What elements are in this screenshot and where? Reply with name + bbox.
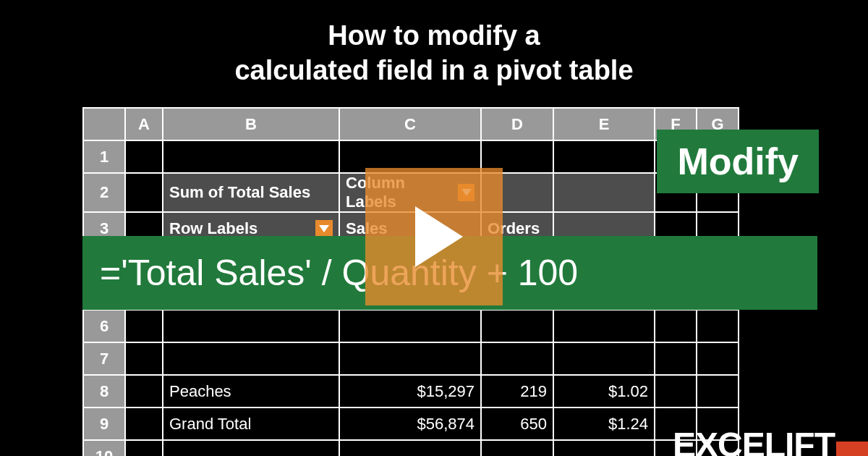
title-line-1: How to modify a [328, 20, 540, 51]
title-line-2: calculated field in a pivot table [234, 55, 633, 85]
row-header-2[interactable]: 2 [83, 173, 125, 212]
cell-A10[interactable] [125, 440, 163, 456]
cell-F6[interactable] [655, 310, 697, 342]
filter-dropdown-icon[interactable] [315, 220, 333, 237]
cell-G8[interactable] [697, 375, 739, 408]
cell-D9[interactable]: 650 [481, 408, 553, 440]
cell-D6[interactable] [481, 310, 553, 342]
watermark-text: EXCELIFT [673, 426, 835, 456]
row-header-7[interactable]: 7 [83, 342, 125, 375]
cell-B1[interactable] [163, 140, 339, 173]
row-labels-text: Row Labels [169, 219, 258, 238]
col-header-A[interactable]: A [125, 108, 163, 140]
cell-E2[interactable] [553, 173, 655, 212]
table-row: 6 [83, 310, 739, 342]
cell-A6[interactable] [125, 310, 163, 342]
cell-G7[interactable] [697, 342, 739, 375]
cell-B8[interactable]: Peaches [163, 375, 339, 408]
cell-A2[interactable] [125, 173, 163, 212]
cell-C7[interactable] [339, 342, 481, 375]
table-row: 8 Peaches $15,297 219 $1.02 [83, 375, 739, 408]
watermark-logo-icon [836, 442, 868, 456]
cell-F7[interactable] [655, 342, 697, 375]
cell-B7[interactable] [163, 342, 339, 375]
col-header-D[interactable]: D [481, 108, 553, 140]
cell-E1[interactable] [553, 140, 655, 173]
column-header-row: A B C D E F G [83, 108, 739, 140]
row-header-9[interactable]: 9 [83, 408, 125, 440]
cell-C9[interactable]: $56,874 [339, 408, 481, 440]
cell-D8[interactable]: 219 [481, 375, 553, 408]
cell-A1[interactable] [125, 140, 163, 173]
cell-A7[interactable] [125, 342, 163, 375]
cell-C8[interactable]: $15,297 [339, 375, 481, 408]
cell-F8[interactable] [655, 375, 697, 408]
cell-E9[interactable]: $1.24 [553, 408, 655, 440]
table-row: 10 [83, 440, 739, 456]
col-header-E[interactable]: E [553, 108, 655, 140]
cell-B9[interactable]: Grand Total [163, 408, 339, 440]
col-header-B[interactable]: B [163, 108, 339, 140]
cell-A9[interactable] [125, 408, 163, 440]
play-button[interactable] [365, 168, 503, 305]
page-title: How to modify a calculated field in a pi… [0, 19, 868, 88]
cell-E7[interactable] [553, 342, 655, 375]
select-all-corner[interactable] [83, 108, 125, 140]
row-header-8[interactable]: 8 [83, 375, 125, 408]
cell-E6[interactable] [553, 310, 655, 342]
row-header-1[interactable]: 1 [83, 140, 125, 173]
cell-C10[interactable] [339, 440, 481, 456]
modify-label-overlay: Modify [657, 130, 819, 193]
cell-G6[interactable] [697, 310, 739, 342]
cell-E10[interactable] [553, 440, 655, 456]
cell-B10[interactable] [163, 440, 339, 456]
cell-B6[interactable] [163, 310, 339, 342]
col-header-C[interactable]: C [339, 108, 481, 140]
cell-D7[interactable] [481, 342, 553, 375]
row-header-10[interactable]: 10 [83, 440, 125, 456]
table-row: 7 [83, 342, 739, 375]
cell-A8[interactable] [125, 375, 163, 408]
play-icon [415, 206, 463, 267]
cell-C6[interactable] [339, 310, 481, 342]
cell-B2[interactable]: Sum of Total Sales [163, 173, 339, 212]
brand-watermark: EXCELIFT [673, 427, 868, 456]
cell-D10[interactable] [481, 440, 553, 456]
table-row: 9 Grand Total $56,874 650 $1.24 [83, 408, 739, 440]
cell-E8[interactable]: $1.02 [553, 375, 655, 408]
row-header-6[interactable]: 6 [83, 310, 125, 342]
